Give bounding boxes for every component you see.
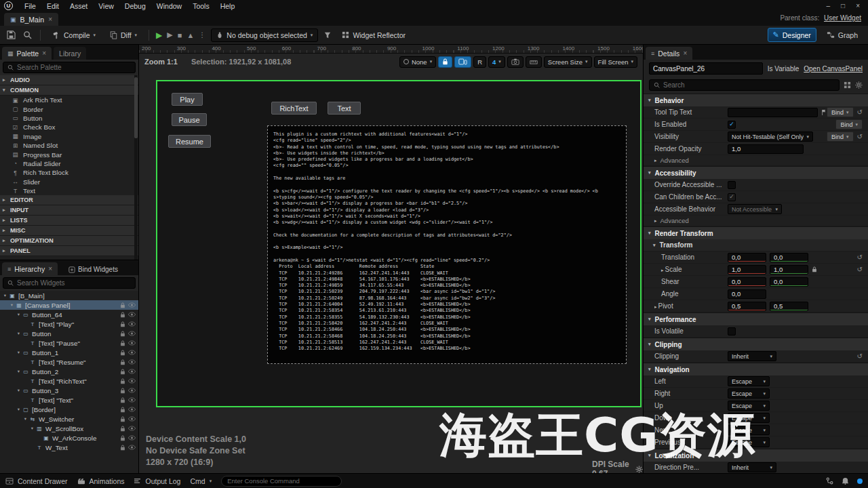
palette-scrollbar[interactable]	[134, 75, 138, 260]
screenshot-button[interactable]	[507, 56, 524, 68]
eye-icon[interactable]	[128, 445, 136, 450]
hierarchy-row-w-switcher[interactable]: ▾⇆W_Switcher	[0, 414, 138, 424]
canvas-button-resume[interactable]: Resume	[168, 135, 211, 148]
palette-category-panel[interactable]: ▸PANEL	[0, 246, 138, 256]
chevron-down-icon[interactable]: ▾	[9, 302, 15, 308]
details-section-render-transform[interactable]: ▾Render Transform	[644, 226, 868, 239]
close-button[interactable]: ×	[856, 2, 860, 9]
eye-icon[interactable]	[128, 369, 136, 374]
chevron-down-icon[interactable]: ▾	[16, 407, 22, 412]
eye-icon[interactable]	[128, 340, 136, 346]
palette-category-lists[interactable]: ▸LISTS	[0, 216, 138, 226]
console-widget[interactable]: This plugin is a custom richtext with ad…	[267, 125, 627, 364]
number-field[interactable]: 1,0	[728, 144, 804, 154]
grid-snap-stepper[interactable]: 4 ▾	[488, 56, 505, 68]
close-icon[interactable]: ×	[42, 49, 46, 57]
animations-button[interactable]: Animations	[77, 477, 125, 485]
eye-icon[interactable]	[128, 388, 136, 393]
details-section-performance[interactable]: ▾Performance	[644, 312, 868, 325]
palette-item-image[interactable]: ▦Image	[0, 132, 138, 141]
menu-file[interactable]: File	[19, 1, 41, 11]
tab-hierarchy[interactable]: ≡ Hierarchy ×	[2, 262, 58, 275]
canvas-button-text[interactable]: Text	[328, 102, 361, 115]
palette-item-named-slot[interactable]: ⊞Named Slot	[0, 141, 138, 150]
palette-item-check-box[interactable]: ☑Check Box	[0, 123, 138, 131]
preview-none-dropdown[interactable]: None ▾	[399, 56, 436, 68]
dropdown-clipping[interactable]: Inherit▾	[728, 351, 776, 361]
menu-help[interactable]: Help	[215, 1, 241, 11]
hierarchy-search-box[interactable]	[3, 277, 136, 289]
lock-icon[interactable]	[120, 388, 125, 394]
minimize-button[interactable]: –	[827, 2, 831, 9]
details-search-input[interactable]	[663, 81, 835, 89]
lock-icon[interactable]	[120, 302, 125, 308]
debug-object-dropdown[interactable]: No debug object selected ▾	[211, 28, 318, 42]
rotate-preview-button[interactable]: R	[473, 56, 486, 68]
palette-item-text[interactable]: TText	[0, 186, 138, 195]
eye-icon[interactable]	[128, 397, 136, 403]
status-badge[interactable]	[857, 479, 863, 484]
eye-icon[interactable]	[128, 407, 136, 412]
scrollbar-thumb[interactable]	[134, 77, 138, 138]
lock-icon[interactable]	[120, 445, 125, 451]
eye-icon[interactable]	[128, 312, 136, 317]
property-matrix-icon[interactable]	[844, 81, 851, 89]
close-icon[interactable]: ×	[683, 49, 687, 57]
palette-category-audio[interactable]: ▸AUDIO	[0, 75, 138, 85]
bind-button[interactable]: Bind▾	[835, 119, 863, 129]
dropdown-left[interactable]: Escape▾	[728, 376, 770, 386]
stop-icon[interactable]: ■	[178, 31, 182, 39]
hierarchy-row-text-richtext[interactable]: T[Text] "RichText"	[0, 376, 138, 386]
lock-icon[interactable]	[120, 426, 125, 432]
console-command-box[interactable]	[221, 476, 342, 487]
lock-icon[interactable]	[812, 266, 817, 272]
lock-icon[interactable]	[120, 397, 125, 403]
parent-class-link[interactable]: User Widget	[824, 14, 861, 22]
reset-to-default-icon[interactable]: ↺	[857, 108, 863, 116]
chevron-down-icon[interactable]: ▾	[22, 416, 28, 422]
eye-icon[interactable]	[128, 435, 136, 441]
hierarchy-row-text-pause[interactable]: T[Text] "Pause"	[0, 338, 138, 348]
aspect-lock-button[interactable]	[438, 56, 452, 68]
number-field[interactable]: 0,0	[728, 289, 766, 299]
play-options-icon[interactable]: ⋮	[199, 31, 206, 39]
close-icon[interactable]: ×	[48, 265, 52, 272]
text-input[interactable]	[728, 108, 818, 117]
gear-icon[interactable]	[635, 466, 643, 473]
notifications-bell-icon[interactable]	[842, 477, 849, 485]
lock-icon[interactable]	[120, 359, 125, 365]
lock-icon[interactable]	[120, 378, 125, 384]
palette-item-button[interactable]: ▭Button	[0, 114, 138, 123]
tab-palette[interactable]: ▦ Palette ×	[2, 47, 52, 60]
hierarchy-row-button-3[interactable]: ▾▭Button_3	[0, 386, 138, 395]
hierarchy-row-text-text[interactable]: T[Text] "Text"	[0, 395, 138, 405]
lock-icon[interactable]	[120, 340, 125, 346]
palette-category-input[interactable]: ▸INPUT	[0, 205, 138, 216]
dropdown-right[interactable]: Escape▾	[728, 388, 770, 399]
number-field-y[interactable]: 1,0	[770, 265, 808, 274]
chevron-down-icon[interactable]: ▾	[16, 331, 22, 336]
screen-size-dropdown[interactable]: Screen Size ▾	[544, 56, 592, 68]
frame-skip-icon[interactable]: ▶	[167, 30, 172, 39]
hierarchy-row-border[interactable]: ▾▢[Border]	[0, 405, 138, 414]
palette-category-editor[interactable]: ▸EDITOR	[0, 195, 138, 205]
unreal-logo-icon[interactable]: U	[4, 1, 13, 10]
palette-category-common[interactable]: ▾COMMON	[0, 85, 138, 96]
widget-reflector-button[interactable]: Widget Reflector	[337, 29, 410, 41]
tab-bmain[interactable]: ▣ B_Main ×	[4, 13, 58, 26]
advanced-expander[interactable]: ▸Advanced	[644, 155, 868, 166]
fill-screen-dropdown[interactable]: Fill Screen ▾	[594, 56, 637, 68]
number-field-y[interactable]: 0,0	[770, 277, 808, 287]
lock-icon[interactable]	[120, 416, 125, 422]
menu-asset[interactable]: Asset	[64, 1, 93, 11]
details-section-accessibility[interactable]: ▾Accessibility	[644, 166, 868, 179]
menu-view[interactable]: View	[93, 1, 119, 11]
number-field-x[interactable]: 0,5	[728, 302, 766, 311]
hierarchy-row-button-2[interactable]: ▾▭Button_2	[0, 367, 138, 376]
details-section-behavior[interactable]: ▾Behavior	[644, 94, 868, 106]
save-icon[interactable]	[5, 29, 17, 41]
subsection-transform[interactable]: ▾Transform	[644, 239, 868, 251]
graph-tab-button[interactable]: Graph	[822, 29, 863, 41]
debug-filter-icon[interactable]	[323, 30, 332, 40]
lock-icon[interactable]	[120, 312, 125, 318]
